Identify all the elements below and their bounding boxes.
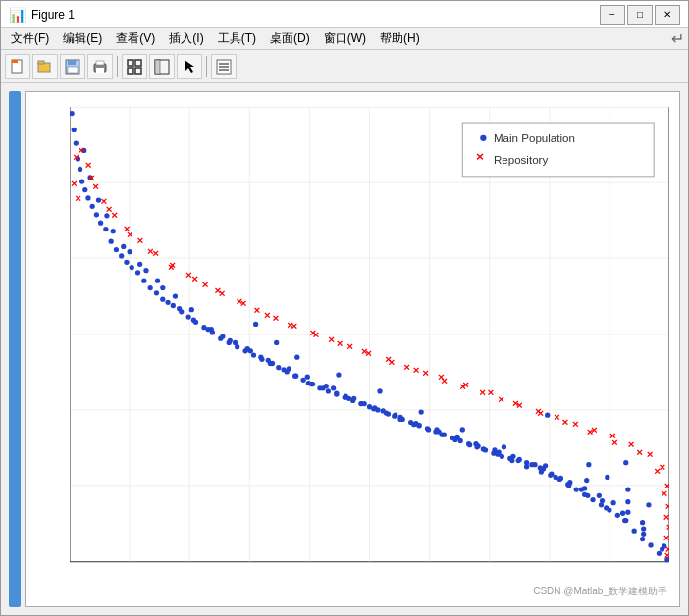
svg-point-63 [80, 179, 84, 183]
cursor-button[interactable] [177, 54, 202, 79]
svg-point-154 [258, 355, 263, 360]
svg-rect-6 [68, 67, 78, 73]
svg-text:×: × [403, 361, 410, 373]
open-icon [37, 59, 53, 75]
svg-point-145 [127, 249, 132, 254]
menu-window[interactable]: 窗口(W) [318, 28, 372, 49]
svg-point-149 [191, 318, 196, 323]
svg-point-223 [543, 463, 548, 468]
svg-point-237 [538, 465, 543, 470]
svg-text:×: × [537, 407, 544, 419]
svg-text:×: × [88, 172, 95, 183]
svg-point-81 [171, 303, 176, 308]
scatter-chart: 1.2 1 0.8 0.6 0.4 0.2 0 0 0.1 0.2 0.3 0.… [70, 102, 669, 567]
svg-point-222 [502, 444, 506, 449]
menu-help[interactable]: 帮助(H) [374, 28, 426, 49]
svg-text:×: × [328, 334, 335, 345]
svg-text:×: × [127, 229, 133, 240]
svg-point-242 [641, 526, 646, 531]
svg-text:×: × [136, 234, 143, 246]
menu-arrow: ↵ [671, 29, 684, 48]
svg-rect-10 [128, 60, 133, 66]
svg-point-213 [641, 532, 646, 537]
svg-point-174 [524, 464, 529, 469]
side-panel [9, 91, 21, 607]
svg-point-248 [545, 413, 550, 418]
svg-text:×: × [361, 345, 368, 357]
svg-text:×: × [413, 364, 420, 376]
svg-text:×: × [611, 436, 618, 448]
svg-point-240 [600, 498, 605, 503]
toolbar [1, 50, 688, 83]
print-button[interactable] [87, 54, 113, 79]
svg-text:×: × [479, 386, 486, 398]
svg-point-241 [620, 511, 625, 516]
svg-text:×: × [587, 426, 594, 437]
svg-text:×: × [85, 159, 92, 171]
svg-point-211 [604, 505, 609, 510]
svg-point-229 [372, 405, 377, 410]
svg-rect-322 [462, 123, 654, 177]
svg-point-80 [165, 300, 170, 305]
svg-text:×: × [337, 337, 344, 349]
watermark: CSDN @Matlab_数学建模助手 [533, 585, 667, 598]
svg-text:×: × [476, 149, 484, 164]
svg-text:×: × [78, 144, 84, 156]
new-icon [10, 59, 26, 75]
svg-point-238 [558, 476, 563, 481]
svg-text:×: × [662, 488, 668, 499]
svg-point-191 [228, 338, 233, 343]
svg-point-83 [186, 314, 191, 319]
svg-point-219 [377, 388, 382, 393]
svg-text:×: × [554, 411, 560, 423]
zoom-box-button[interactable] [122, 54, 147, 79]
new-figure-button[interactable] [5, 54, 30, 79]
svg-point-210 [585, 493, 590, 498]
svg-point-69 [103, 227, 108, 231]
minimize-button[interactable]: − [600, 5, 625, 25]
toolbar-separator-1 [117, 56, 118, 77]
menu-tools[interactable]: 工具(T) [212, 28, 262, 49]
svg-rect-3 [38, 61, 44, 64]
menu-desktop[interactable]: 桌面(D) [264, 28, 316, 49]
close-button[interactable]: ✕ [655, 5, 680, 25]
svg-point-160 [334, 390, 339, 395]
svg-text:×: × [512, 397, 519, 409]
menu-edit[interactable]: 编辑(E) [57, 28, 108, 49]
svg-point-146 [143, 268, 148, 273]
menu-file[interactable]: 文件(F) [5, 28, 55, 49]
svg-text:×: × [663, 511, 669, 523]
menu-insert[interactable]: 插入(I) [163, 28, 209, 49]
svg-point-152 [233, 340, 238, 345]
svg-point-236 [517, 457, 522, 462]
maximize-button[interactable]: □ [627, 5, 653, 25]
svg-point-216 [274, 340, 279, 345]
open-button[interactable] [32, 54, 58, 79]
svg-point-246 [625, 487, 630, 491]
svg-text:×: × [664, 549, 669, 561]
svg-point-171 [481, 446, 486, 451]
menu-view[interactable]: 查看(V) [110, 28, 161, 49]
properties-button[interactable] [211, 54, 237, 79]
svg-point-157 [293, 374, 298, 379]
menu-bar: 文件(F) 编辑(E) 查看(V) 插入(I) 工具(T) 桌面(D) 窗口(W… [1, 28, 688, 50]
svg-point-138 [640, 537, 645, 541]
svg-rect-15 [155, 60, 160, 74]
svg-point-244 [586, 462, 591, 467]
svg-text:×: × [168, 261, 175, 273]
plot-container[interactable]: 1.2 1 0.8 0.6 0.4 0.2 0 0 0.1 0.2 0.3 0.… [25, 91, 680, 607]
svg-point-198 [362, 401, 367, 406]
svg-point-194 [287, 366, 292, 371]
save-button[interactable] [60, 54, 85, 79]
svg-point-73 [124, 260, 129, 265]
svg-text:×: × [388, 356, 395, 368]
svg-point-187 [155, 279, 160, 283]
svg-point-181 [625, 510, 630, 515]
svg-point-59 [72, 128, 77, 132]
svg-text:×: × [287, 319, 293, 331]
svg-text:×: × [71, 178, 78, 189]
svg-point-68 [98, 221, 103, 226]
panel-button[interactable] [149, 54, 175, 79]
save-icon [65, 59, 80, 75]
svg-text:×: × [498, 393, 504, 405]
